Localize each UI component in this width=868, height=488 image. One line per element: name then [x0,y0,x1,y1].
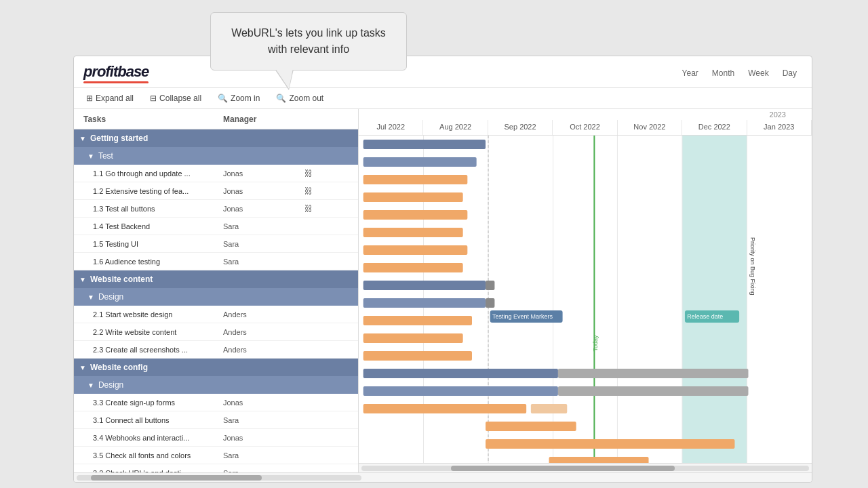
gantt-panel: 2023 Jul 2022 Aug 2022 Sep 2022 Oct 2022… [359,109,812,472]
zoom-out-icon: 🔍 [276,94,286,103]
list-item: 3.1 Connect all buttons Sara [74,411,358,429]
gantt-month: Oct 2022 [553,120,617,135]
zoom-in-btn[interactable]: 🔍 Zoom in [215,92,262,104]
list-item: 1.1 Go through and update ... Jonas ⛓ [74,165,358,182]
task-name: 1.4 Test Backend [74,222,223,230]
h-scrollbar-thumb[interactable] [451,466,675,471]
svg-rect-30 [486,422,576,431]
subgroup-toggle[interactable]: ▼ [87,293,94,301]
svg-text:Release date: Release date [687,313,723,320]
col-manager-header: Manager [223,115,304,124]
svg-rect-15 [363,245,468,255]
svg-text:Testing Event Markers: Testing Event Markers [492,313,553,320]
view-month-btn[interactable]: Month [707,66,740,80]
view-week-btn[interactable]: Week [743,66,774,80]
tooltip: WebURL's lets you link up tasks with rel… [210,12,407,70]
link-icon[interactable]: ⛓ [304,204,313,214]
task-manager: Sara [223,258,304,266]
task-manager: Anders [223,310,304,319]
svg-rect-16 [363,263,463,272]
group-toggle[interactable]: ▼ [79,135,86,142]
subgroup-row-design2[interactable]: ▼ Design [74,376,358,394]
list-item: 1.4 Test Backend Sara [74,218,358,235]
svg-rect-20 [486,298,494,308]
task-name: 2.1 Start website design [74,310,223,319]
gantt-months-row: Jul 2022 Aug 2022 Sep 2022 Oct 2022 Nov … [359,120,812,135]
link-icon[interactable]: ⛓ [304,186,313,196]
col-task-header: Tasks [74,115,223,124]
left-scrollbar-track[interactable] [77,475,361,481]
task-manager: Sara [223,222,304,230]
tooltip-arrow [275,68,293,89]
zoom-out-btn[interactable]: 🔍 Zoom out [273,92,326,104]
collapse-all-btn[interactable]: ⊟ Collapse all [147,92,204,104]
subgroup-toggle[interactable]: ▼ [87,152,94,160]
group-label: Website config [90,363,148,372]
view-buttons: Year Month Week Day [677,66,802,80]
gantt-scrollbar[interactable] [359,463,812,472]
task-manager: Sara [223,240,304,248]
svg-rect-29 [531,404,567,413]
logo: profitbase [83,63,149,83]
zoom-in-icon: 🔍 [218,94,228,103]
expand-icon: ⊞ [86,94,93,103]
tooltip-text: WebURL's lets you link up tasks with rel… [231,27,386,55]
view-year-btn[interactable]: Year [677,66,704,80]
list-item: 3.5 Check all fonts and colors Sara [74,447,358,464]
subgroup-toggle[interactable]: ▼ [87,382,94,389]
collapse-all-label: Collapse all [159,94,201,103]
expand-all-label: Expand all [96,94,134,103]
list-item: 2.1 Start website design Anders [74,306,358,323]
svg-rect-31 [486,439,734,449]
svg-text:Priority on Bug Fixing: Priority on Bug Fixing [749,237,756,296]
left-scrollbar[interactable] [77,475,361,481]
teal-column [682,136,747,463]
content-area: Tasks Manager ▼ Getting started ▼ Test 1… [74,109,812,472]
header: profitbase Year Month Week Day [74,56,812,88]
subgroup-row-design[interactable]: ▼ Design [74,288,358,306]
zoom-out-label: Zoom out [289,94,323,103]
task-name: 1.5 Testing UI [74,240,223,248]
task-name: 3.3 Create sign-up forms [74,399,223,407]
task-name: 1.1 Go through and update ... [74,169,223,178]
subgroup-label: Test [98,151,113,161]
gantt-month: Dec 2022 [682,120,747,135]
gantt-month: Jan 2023 [747,120,812,135]
main-window: profitbase Year Month Week Day ⊞ Expand … [73,56,812,483]
svg-rect-26 [363,386,558,396]
svg-rect-24 [363,369,558,378]
toolbar: ⊞ Expand all ⊟ Collapse all 🔍 Zoom in 🔍 … [74,88,812,109]
subgroup-label: Design [98,292,123,302]
svg-rect-25 [558,369,749,378]
task-manager: Sara [223,416,304,424]
group-row-getting-started[interactable]: ▼ Getting started [74,129,358,147]
task-name: 1.2 Extensive testing of fea... [74,187,223,195]
subgroup-row-test[interactable]: ▼ Test [74,147,358,165]
group-toggle[interactable]: ▼ [79,276,86,283]
gantt-month: Jul 2022 [359,120,423,135]
year-label: 2023 [770,110,786,119]
group-row-website-config[interactable]: ▼ Website config [74,359,358,376]
svg-rect-17 [363,281,486,290]
task-links: ⛓ [304,204,345,214]
left-scrollbar-thumb[interactable] [91,475,262,481]
group-toggle[interactable]: ▼ [79,364,86,371]
h-scrollbar-track[interactable] [361,466,809,471]
task-links: ⛓ [304,169,345,178]
list-item: 1.2 Extensive testing of fea... Jonas ⛓ [74,182,358,200]
task-manager: Jonas [223,434,304,442]
task-links: ⛓ [304,186,345,196]
link-icon[interactable]: ⛓ [304,169,313,178]
expand-all-btn[interactable]: ⊞ Expand all [83,92,136,104]
tooltip-box: WebURL's lets you link up tasks with rel… [210,12,407,70]
collapse-icon: ⊟ [150,94,157,103]
task-manager: Sara [223,451,304,460]
svg-rect-9 [363,140,486,149]
group-row-website-content[interactable]: ▼ Website content [74,270,358,288]
svg-rect-21 [363,316,472,325]
zoom-in-label: Zoom in [231,94,260,103]
view-day-btn[interactable]: Day [777,66,802,80]
bottom-scrollbar[interactable] [74,472,812,482]
svg-rect-13 [363,210,468,220]
left-panel: Tasks Manager ▼ Getting started ▼ Test 1… [74,109,359,472]
